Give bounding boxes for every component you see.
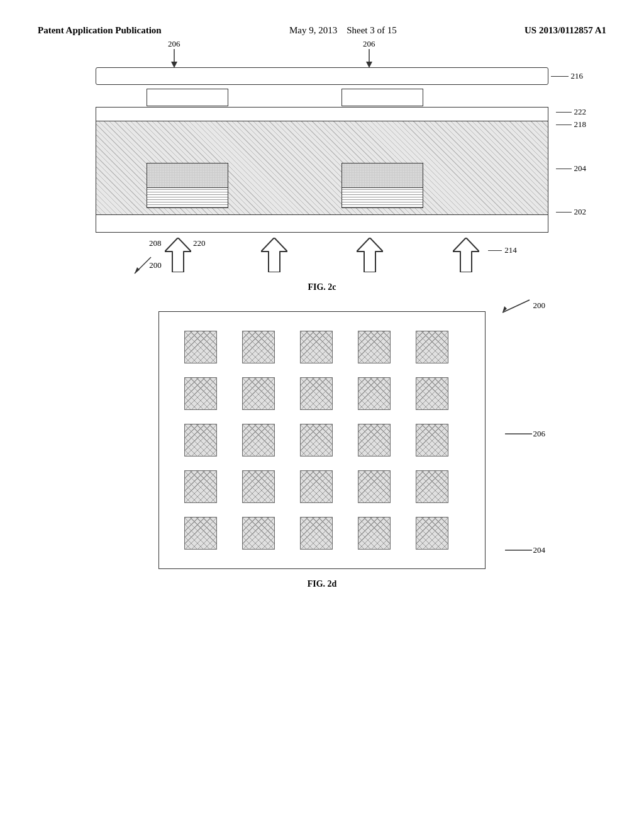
svg-marker-3 — [366, 62, 372, 68]
pixel-cell-2-2 — [242, 377, 275, 410]
header-sheet: Sheet 3 of 15 — [347, 25, 397, 35]
header-patent-number: US 2013/0112857 A1 — [525, 25, 606, 36]
cross-section-box — [96, 107, 548, 233]
pixel-cell-4-2 — [242, 470, 275, 503]
pixel-grid-box — [158, 311, 486, 569]
label-216: 216 — [551, 71, 584, 81]
pixel-cell-2-3 — [300, 377, 333, 410]
pixel-cell-3-3 — [300, 424, 333, 456]
arrow-214: 214 — [453, 238, 479, 275]
gate-206-2 — [341, 89, 423, 106]
cell-1 — [147, 163, 228, 208]
label-222: 222 — [556, 107, 587, 117]
gate-206-1 — [147, 89, 228, 106]
pixel-cell-1-2 — [242, 331, 275, 363]
cell-bottom-2 — [341, 188, 423, 208]
label-214: 214 — [488, 245, 517, 255]
pixel-cell-3-4 — [358, 424, 391, 456]
label-206-right: 206 — [363, 39, 375, 68]
svg-line-10 — [502, 300, 530, 313]
header-date: May 9, 2013 — [289, 25, 337, 35]
pixel-cell-3-2 — [242, 424, 275, 456]
pixel-cell-1-4 — [358, 331, 391, 363]
light-arrows-row: 200 214 — [96, 238, 548, 275]
fig2d-area: 200 — [52, 311, 592, 589]
arrow-200: 200 — [165, 238, 191, 275]
pixel-grid — [184, 331, 460, 550]
fig2c-area: 216 — [52, 67, 592, 292]
label-206-2d: 206 — [502, 428, 546, 440]
header-publication-label: Patent Application Publication — [38, 25, 162, 36]
pixel-cell-1-5 — [416, 331, 448, 363]
arrow-2 — [261, 238, 287, 275]
label-200: 200 — [133, 256, 162, 275]
svg-marker-6 — [135, 267, 140, 274]
pixel-cell-1-3 — [300, 331, 333, 363]
svg-marker-1 — [171, 62, 177, 68]
fig2c-label: FIG. 2c — [52, 282, 592, 292]
cell-top-1 — [147, 163, 228, 188]
svg-marker-4 — [165, 238, 191, 272]
page: Patent Application Publication May 9, 20… — [0, 0, 644, 830]
pixel-cell-4-1 — [184, 470, 217, 503]
label-206-left: 206 — [168, 39, 180, 68]
cell-bottom-1 — [147, 188, 228, 208]
label-204: 204 — [556, 163, 587, 174]
pixel-cell-5-4 — [358, 517, 391, 550]
label-218: 218 — [556, 119, 587, 130]
pixel-cell-1-1 — [184, 331, 217, 363]
header-date-sheet: May 9, 2013 Sheet 3 of 15 — [289, 25, 397, 36]
cell-top-2 — [341, 163, 423, 188]
pixel-cell-2-5 — [416, 377, 448, 410]
pixel-cell-5-1 — [184, 517, 217, 550]
pixel-cell-3-5 — [416, 424, 448, 456]
pixel-cell-2-1 — [184, 377, 217, 410]
layer-202 — [96, 214, 548, 232]
layer-216 — [96, 67, 548, 85]
pixel-cell-4-3 — [300, 470, 333, 503]
pixel-cell-5-3 — [300, 517, 333, 550]
arrow-3 — [357, 238, 383, 275]
label-202: 202 — [556, 207, 587, 217]
label-204-2d: 204 — [502, 544, 546, 556]
svg-marker-8 — [357, 238, 383, 272]
cell-2 — [341, 163, 423, 208]
label-200-2d: 200 — [499, 299, 545, 314]
header: Patent Application Publication May 9, 20… — [38, 25, 606, 36]
pixel-cell-3-1 — [184, 424, 217, 456]
cross-section-container: 222 218 204 202 206 — [96, 107, 548, 233]
pixel-cell-5-2 — [242, 517, 275, 550]
pixel-cell-2-4 — [358, 377, 391, 410]
svg-marker-9 — [453, 238, 479, 272]
fig2d-label: FIG. 2d — [52, 579, 592, 589]
pixel-cell-4-5 — [416, 470, 448, 503]
pixel-cell-4-4 — [358, 470, 391, 503]
pixel-cell-5-5 — [416, 517, 448, 550]
svg-marker-7 — [261, 238, 287, 272]
layer-218 — [96, 108, 548, 121]
